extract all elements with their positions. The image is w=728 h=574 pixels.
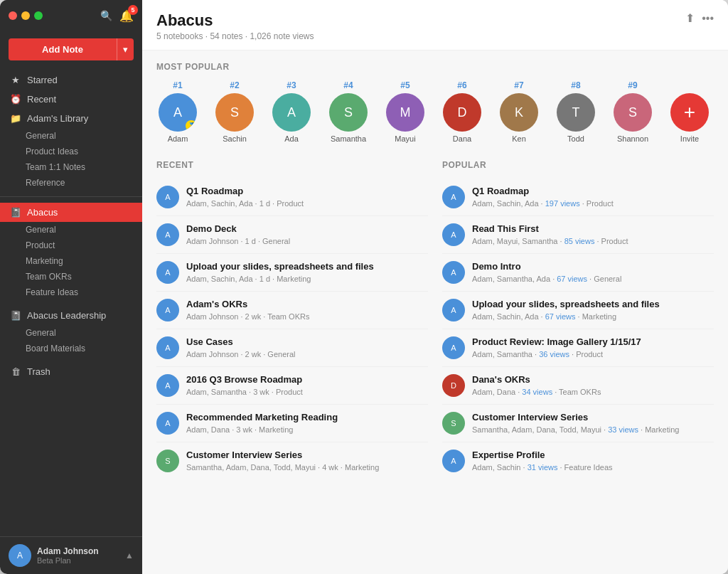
list-item[interactable]: A Q1 Roadmap Adam, Sachin, Ada · 1 d · P… [156,179,428,216]
popular-user-2[interactable]: #2 S Sachin [213,80,256,143]
popular-user-3[interactable]: #3 A Ada [270,80,313,143]
avatar: M [386,93,424,132]
user-rank: #9 [628,80,637,90]
note-meta: Samantha, Adam, Dana, Todd, Mayui · 33 v… [472,425,714,434]
note-title: Q1 Roadmap [186,186,428,198]
avatar: S [614,93,652,132]
add-note-button[interactable]: Add Note [9,38,117,60]
note-title: Q1 Roadmap [472,186,714,198]
sidebar-item-abacus[interactable]: 📓 Abacus [0,203,142,222]
content-area: Most Popular #1 A 🏅 Adam #2 S Sachin # [142,51,728,491]
avatar: A [272,93,311,132]
search-icon[interactable]: 🔍 [100,10,112,21]
list-item[interactable]: S Customer Interview Series Samantha, Ad… [156,442,428,479]
sidebar-item-abacus-leadership[interactable]: 📓 Abacus Leadership [0,306,142,325]
sidebar-subitem-product-ideas[interactable]: Product Ideas [0,144,142,159]
list-item[interactable]: A Q1 Roadmap Adam, Sachin, Ada · 197 vie… [442,179,714,216]
sidebar-item-starred[interactable]: ★ Starred [0,70,142,90]
note-meta: Adam Johnson · 1 d · General [186,237,428,245]
user-name: Adam Johnson [37,546,119,556]
avatar: A [442,299,465,321]
list-item[interactable]: A Upload your slides, spreadsheets and f… [442,292,714,329]
more-button[interactable]: ••• [702,12,714,25]
list-item[interactable]: S Customer Interview Series Samantha, Ad… [442,405,714,442]
list-item[interactable]: A Recommended Marketing Reading Adam, Da… [156,405,428,442]
user-rank: #6 [457,80,466,90]
sidebar-subitem-leadership-general[interactable]: General [0,325,142,341]
list-item[interactable]: A Demo Deck Adam Johnson · 1 d · General [156,216,428,254]
sidebar-subitem-reference[interactable]: Reference [0,175,142,191]
popular-user-4[interactable]: #4 S Samantha [327,80,370,143]
avatar: A [156,223,179,246]
note-meta: Adam, Sachin, Ada · 67 views · Marketing [472,312,714,321]
avatar: D [443,93,481,132]
sidebar-subitem-abacus-general[interactable]: General [0,222,142,238]
close-button[interactable] [9,11,17,20]
recent-note-list: A Q1 Roadmap Adam, Sachin, Ada · 1 d · P… [156,179,428,479]
sidebar-item-trash[interactable]: 🗑 Trash [0,362,142,381]
popular-user-6[interactable]: #6 D Dana [441,80,483,143]
clock-icon: ⏰ [10,94,21,105]
sidebar-subitem-abacus-feature-ideas[interactable]: Feature Ideas [0,285,142,300]
header-actions: ⬆ ••• [685,11,714,25]
list-item[interactable]: A Use Cases Adam Johnson · 2 wk · Genera… [156,329,428,367]
popular-user-8[interactable]: #8 T Todd [555,80,597,143]
avatar: A 🏅 [159,93,197,132]
avatar: A [156,186,179,208]
recent-section: Recent A Q1 Roadmap Adam, Sachin, Ada · … [156,160,428,479]
sidebar-item-recent[interactable]: ⏰ Recent [0,90,142,109]
sidebar-subitem-abacus-team-okrs[interactable]: Team OKRs [0,269,142,285]
list-item[interactable]: A 2016 Q3 Browse Roadmap Adam, Samantha … [156,367,428,405]
notification-count: 5 [128,5,138,15]
user-rank: #4 [343,80,353,90]
user-rank: #2 [230,80,239,90]
trash-nav: 🗑 Trash [0,359,142,384]
two-columns: Recent A Q1 Roadmap Adam, Sachin, Ada · … [156,160,714,479]
popular-note-list: A Q1 Roadmap Adam, Sachin, Ada · 197 vie… [442,179,714,479]
page-title: Abacus [156,11,314,30]
sidebar-subitem-abacus-product[interactable]: Product [0,238,142,253]
main-nav: ★ Starred ⏰ Recent 📁 Adam's Library Gene… [0,68,142,193]
sidebar-subitem-abacus-marketing[interactable]: Marketing [0,253,142,269]
minimize-button[interactable] [21,11,30,20]
sidebar-item-label: Trash [27,366,50,377]
sidebar-item-label: Abacus [27,207,58,218]
list-item[interactable]: A Demo Intro Adam, Samantha, Ada · 67 vi… [442,254,714,292]
avatar: K [500,93,538,132]
list-item[interactable]: D Dana's OKRs Adam, Dana · 34 views · Te… [442,367,714,405]
note-title: Expertise Profile [472,450,714,462]
note-title: Customer Interview Series [186,450,428,462]
list-item[interactable]: A Upload your slides, spreadsheets and f… [156,254,428,292]
user-card-name: Sachin [223,134,247,143]
avatar: D [442,374,465,397]
popular-user-9[interactable]: #9 S Shannon [611,80,654,143]
star-icon: ★ [10,75,21,85]
avatar: A [156,412,179,435]
avatar: A [442,186,465,208]
sidebar-subitem-general-1[interactable]: General [0,128,142,144]
popular-user-7[interactable]: #7 K Ken [498,80,540,143]
maximize-button[interactable] [34,11,43,20]
invite-button[interactable]: + [670,93,709,132]
sidebar-subitem-team-11-notes[interactable]: Team 1:1 Notes [0,159,142,175]
invite-card[interactable]: # + Invite [668,80,711,143]
avatar: A [156,299,179,321]
share-button[interactable]: ⬆ [685,11,695,25]
user-profile[interactable]: A Adam Johnson Beta Plan ▲ [0,536,142,574]
recent-section-title: Recent [156,160,428,170]
sidebar-item-adams-library[interactable]: 📁 Adam's Library [0,109,142,128]
main-header: Abacus 5 notebooks · 54 notes · 1,026 no… [142,0,728,51]
note-title: Product Review: Image Gallery 1/15/17 [472,336,714,349]
list-item[interactable]: A Product Review: Image Gallery 1/15/17 … [442,329,714,367]
note-title: Recommended Marketing Reading [186,412,428,424]
list-item[interactable]: A Expertise Profile Adam, Sachin · 31 vi… [442,442,714,479]
add-note-dropdown-button[interactable]: ▾ [117,38,134,60]
notifications-icon[interactable]: 🔔 5 [119,9,134,23]
list-item[interactable]: A Read This First Adam, Mayui, Samantha … [442,216,714,254]
list-item[interactable]: A Adam's OKRs Adam Johnson · 2 wk · Team… [156,292,428,329]
sidebar-subitem-board-materials[interactable]: Board Materials [0,341,142,356]
popular-user-1[interactable]: #1 A 🏅 Adam [156,80,199,143]
popular-user-5[interactable]: #5 M Mayui [384,80,427,143]
sidebar-item-label: Recent [27,94,56,105]
note-meta: Adam, Mayui, Samantha · 85 views · Produ… [472,237,714,245]
